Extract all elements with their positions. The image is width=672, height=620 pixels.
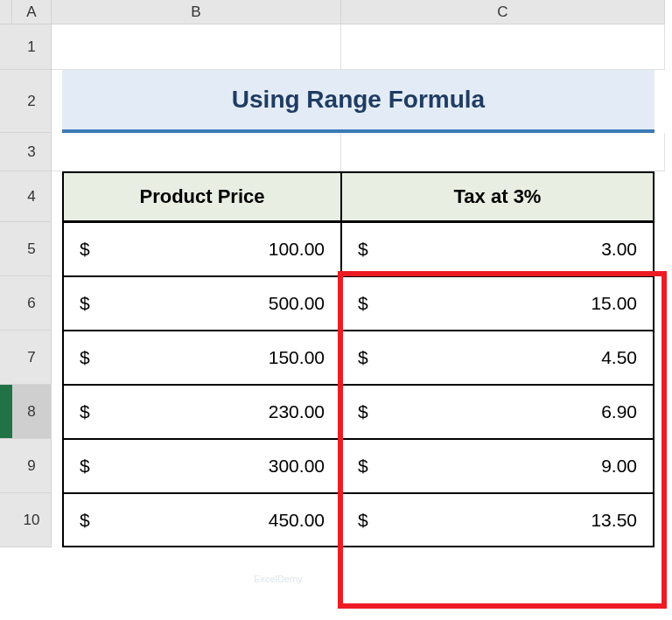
header-product-price: Product Price — [62, 171, 341, 222]
cell-B1[interactable] — [52, 24, 341, 70]
cell-C7[interactable]: $4.50 — [341, 331, 665, 385]
row-gutter-7 — [0, 331, 12, 385]
cell-B5[interactable]: $100.00 — [52, 222, 341, 276]
row-gutter-4 — [0, 171, 12, 222]
row-header-1[interactable]: 1 — [12, 24, 52, 70]
cell-C8[interactable]: $6.90 — [341, 385, 665, 439]
row-gutter-3 — [0, 133, 12, 171]
col-header-C[interactable]: C — [341, 0, 665, 24]
row-gutter-5 — [0, 222, 12, 276]
title-merged-cell[interactable]: Using Range Formula — [52, 70, 665, 133]
cell-C1[interactable] — [341, 24, 665, 70]
row-gutter-8 — [0, 385, 12, 439]
row-gutter-10 — [0, 493, 12, 547]
header-tax: Tax at 3% — [341, 171, 654, 222]
row-header-3[interactable]: 3 — [12, 133, 52, 171]
cell-B8[interactable]: $230.00 — [52, 385, 341, 439]
price-value: 500.00 — [269, 293, 325, 314]
row-header-10[interactable]: 10 — [12, 493, 52, 547]
currency-symbol: $ — [80, 239, 90, 260]
row-gutter-6 — [0, 276, 12, 331]
cell-B10[interactable]: $450.00 — [52, 493, 341, 547]
row-gutter-1 — [0, 24, 12, 70]
tax-value: 4.50 — [601, 347, 637, 368]
cell-C3[interactable] — [341, 133, 665, 171]
currency-symbol: $ — [80, 456, 90, 477]
row-header-6[interactable]: 6 — [12, 276, 52, 331]
col-header-B[interactable]: B — [52, 0, 341, 24]
tax-value: 13.50 — [591, 510, 637, 531]
currency-symbol: $ — [358, 456, 368, 477]
price-value: 150.00 — [269, 347, 325, 368]
cell-B4[interactable]: Product Price — [52, 171, 341, 222]
tax-value: 6.90 — [601, 401, 637, 422]
price-value: 300.00 — [269, 456, 325, 477]
watermark: ExcelDemy — [254, 574, 303, 584]
price-value: 450.00 — [269, 510, 325, 531]
row-gutter-2 — [0, 70, 12, 133]
tax-value: 9.00 — [601, 456, 637, 477]
currency-symbol: $ — [80, 401, 90, 422]
cell-C4[interactable]: Tax at 3% — [341, 171, 665, 222]
currency-symbol: $ — [358, 510, 368, 531]
cell-B9[interactable]: $300.00 — [52, 439, 341, 493]
currency-symbol: $ — [358, 347, 368, 368]
currency-symbol: $ — [358, 401, 368, 422]
select-all-corner[interactable] — [0, 0, 12, 24]
currency-symbol: $ — [80, 510, 90, 531]
row-header-9[interactable]: 9 — [12, 439, 52, 493]
cell-B3[interactable] — [52, 133, 341, 171]
row-header-8[interactable]: 8 — [12, 385, 52, 439]
cell-C10[interactable]: $13.50 — [341, 493, 665, 547]
row-header-4[interactable]: 4 — [12, 171, 52, 222]
tax-value: 15.00 — [591, 293, 637, 314]
currency-symbol: $ — [80, 347, 90, 368]
cell-B7[interactable]: $150.00 — [52, 331, 341, 385]
cell-C6[interactable]: $15.00 — [341, 276, 665, 331]
spreadsheet-grid: A B C 1 2 Using Range Formula 3 4 Produc… — [0, 0, 672, 547]
tax-value: 3.00 — [601, 239, 637, 260]
cell-C5[interactable]: $3.00 — [341, 222, 665, 276]
row-header-5[interactable]: 5 — [12, 222, 52, 276]
cell-C9[interactable]: $9.00 — [341, 439, 665, 493]
sheet-title: Using Range Formula — [62, 70, 654, 133]
price-value: 100.00 — [269, 239, 325, 260]
cell-B6[interactable]: $500.00 — [52, 276, 341, 331]
currency-symbol: $ — [358, 293, 368, 314]
row-header-2[interactable]: 2 — [12, 70, 52, 133]
currency-symbol: $ — [358, 239, 368, 260]
currency-symbol: $ — [80, 293, 90, 314]
row-gutter-9 — [0, 439, 12, 493]
row-header-7[interactable]: 7 — [12, 331, 52, 385]
price-value: 230.00 — [269, 401, 325, 422]
col-header-A[interactable]: A — [12, 0, 52, 24]
